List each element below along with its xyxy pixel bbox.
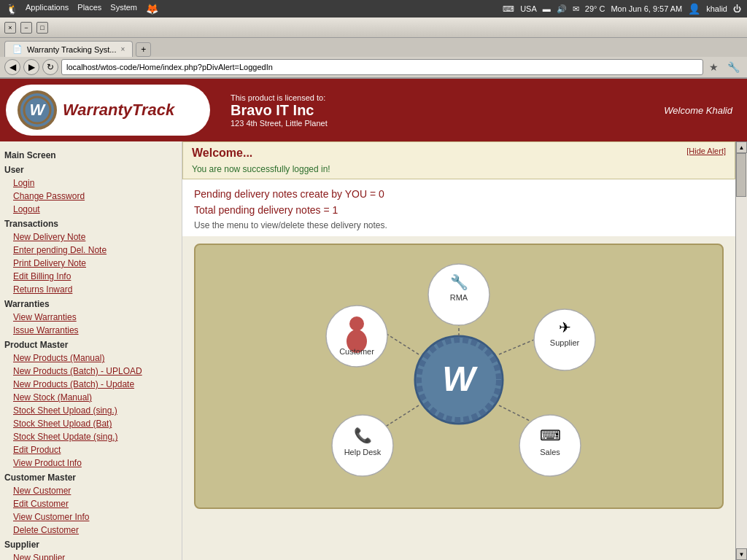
os-icon: 🐧 [6, 3, 18, 15]
bookmark-button[interactable]: ★ [706, 60, 721, 74]
sidebar-item-stock-sheet-upload-sing[interactable]: Stock Sheet Upload (sing.) [3, 404, 179, 417]
svg-point-19 [332, 415, 393, 476]
sidebar-customer-master-section: Customer Master [3, 470, 179, 484]
success-message: You are now successfully logged in! [192, 164, 330, 174]
sidebar-item-new-customer[interactable]: New Customer [3, 484, 179, 497]
svg-text:Sales: Sales [540, 448, 560, 456]
svg-text:W: W [30, 101, 47, 119]
company-address: 123 4th Street, Little Planet [231, 119, 664, 128]
sidebar-item-stock-sheet-upload-bat[interactable]: Stock Sheet Upload (Bat) [3, 417, 179, 430]
sidebar-item-new-products-batch-update[interactable]: New Products (Batch) - Update [3, 378, 179, 391]
sidebar-item-edit-customer[interactable]: Edit Customer [3, 497, 179, 510]
keyboard-icon: ⌨ [503, 4, 514, 14]
os-taskbar: 🐧 Applications Places System 🦊 ⌨ USA ▬ 🔊… [0, 0, 747, 18]
address-bar[interactable] [61, 59, 703, 75]
svg-text:⌨: ⌨ [540, 427, 561, 443]
hide-alert-link[interactable]: [Hide Alert] [686, 147, 726, 155]
company-name: Bravo IT Inc [231, 102, 664, 119]
header-info: This product is licensed to: Bravo IT In… [216, 93, 664, 128]
site-header: W WarrantyTrack This product is licensed… [0, 79, 747, 141]
sidebar-item-edit-product[interactable]: Edit Product [3, 443, 179, 456]
diagram-area: W 🔧 RMA [194, 244, 724, 509]
places-menu[interactable]: Places [77, 3, 101, 15]
volume-icon: 🔊 [557, 4, 567, 14]
stat-line-2: Total pending delivery notes = 1 [194, 204, 724, 216]
sidebar-item-view-warranties[interactable]: View Warranties [3, 311, 179, 324]
svg-text:Help Desk: Help Desk [344, 448, 382, 456]
sidebar-item-print-delivery-note[interactable]: Print Delivery Note [3, 257, 179, 270]
stat-line-1: Pending delivery notes create by YOU = 0 [194, 188, 724, 200]
scroll-thumb[interactable] [736, 153, 746, 197]
maximize-window-button[interactable]: □ [36, 22, 48, 34]
welcome-heading: Welcome... [192, 147, 330, 160]
sidebar-transactions-section: Transactions [3, 216, 179, 230]
svg-text:📞: 📞 [354, 427, 372, 444]
reload-button[interactable]: ↻ [42, 59, 58, 75]
scroll-up-button[interactable]: ▲ [736, 141, 747, 153]
sidebar-item-stock-sheet-update-sing[interactable]: Stock Sheet Update (sing.) [3, 430, 179, 443]
back-button[interactable]: ◀ [4, 59, 20, 75]
sidebar-item-view-product-info[interactable]: View Product Info [3, 456, 179, 470]
locale-indicator: USA [520, 4, 537, 13]
tab-bar: 📄 Warranty Tracking Syst... × + [0, 38, 747, 57]
stats-area: Pending delivery notes create by YOU = 0… [182, 179, 735, 236]
alert-box: Welcome... You are now successfully logg… [182, 141, 735, 179]
username-label: khalid [706, 4, 727, 13]
firefox-icon: 🦊 [146, 3, 158, 15]
minimize-window-button[interactable]: − [20, 22, 32, 34]
svg-point-23 [349, 316, 364, 331]
sidebar-item-delete-customer[interactable]: Delete Customer [3, 524, 179, 537]
new-tab-button[interactable]: + [136, 42, 151, 57]
sidebar: Main Screen User Login Change Password L… [0, 141, 182, 560]
scroll-track[interactable] [736, 153, 747, 548]
sidebar-item-edit-billing-info[interactable]: Edit Billing Info [3, 270, 179, 283]
tab-favicon: 📄 [12, 44, 23, 54]
welcome-message: Welcome Khalid [664, 105, 747, 116]
sidebar-item-enter-pending-del-note[interactable]: Enter pending Del. Note [3, 244, 179, 257]
scrollbar[interactable]: ▲ ▼ [735, 141, 747, 560]
sidebar-item-change-password[interactable]: Change Password [3, 190, 179, 203]
svg-text:Supplier: Supplier [550, 338, 580, 347]
forward-button[interactable]: ▶ [23, 59, 39, 75]
email-icon: ✉ [573, 4, 579, 14]
svg-text:W: W [442, 359, 478, 398]
sidebar-supplier-section: Supplier [3, 537, 179, 551]
tab-close-button[interactable]: × [120, 45, 125, 53]
applications-menu[interactable]: Applications [26, 3, 69, 15]
navigation-bar: ◀ ▶ ↻ ★ 🔧 [0, 57, 747, 78]
temp-indicator: 29° C [585, 4, 605, 13]
sidebar-item-view-customer-info[interactable]: View Customer Info [3, 510, 179, 524]
logo-gear-icon: W [18, 90, 57, 130]
logo-text: WarrantyTrack [63, 101, 174, 120]
power-icon[interactable]: ⏻ [733, 4, 741, 13]
tools-button[interactable]: 🔧 [724, 60, 743, 74]
sidebar-item-returns-inward[interactable]: Returns Inward [3, 283, 179, 296]
active-tab[interactable]: 📄 Warranty Tracking Syst... × [4, 41, 133, 57]
tab-title: Warranty Tracking Syst... [27, 45, 116, 54]
svg-text:Customer: Customer [339, 347, 374, 356]
scroll-down-button[interactable]: ▼ [736, 548, 747, 560]
sidebar-user-section: User [3, 162, 179, 176]
content-area: Welcome... You are now successfully logg… [182, 141, 735, 560]
sidebar-item-new-products-manual[interactable]: New Products (Manual) [3, 351, 179, 365]
sidebar-item-new-stock-manual[interactable]: New Stock (Manual) [3, 391, 179, 404]
sidebar-item-issue-warranties[interactable]: Issue Warranties [3, 324, 179, 337]
svg-point-16 [519, 415, 581, 476]
sidebar-item-new-delivery-note[interactable]: New Delivery Note [3, 230, 179, 244]
sidebar-item-new-supplier[interactable]: New Supplier [3, 551, 179, 560]
svg-text:✈: ✈ [559, 319, 571, 335]
datetime-indicator: Mon Jun 6, 9:57 AM [611, 4, 682, 13]
sidebar-main-screen-title: Main Screen [3, 147, 179, 162]
system-menu[interactable]: System [110, 3, 137, 15]
svg-text:RMA: RMA [450, 293, 468, 302]
user-icon: 👤 [688, 3, 700, 15]
logo-area: W WarrantyTrack [6, 85, 210, 136]
close-window-button[interactable]: × [4, 22, 16, 34]
hint-text: Use the menu to view/delete these delive… [194, 220, 724, 230]
svg-text:🔧: 🔧 [450, 273, 468, 291]
browser-title-bar: × − □ [0, 18, 747, 38]
licensed-to-label: This product is licensed to: [231, 93, 664, 102]
sidebar-item-new-products-batch-upload[interactable]: New Products (Batch) - UPLOAD [3, 365, 179, 378]
sidebar-item-login[interactable]: Login [3, 176, 179, 190]
sidebar-item-logout[interactable]: Logout [3, 203, 179, 216]
